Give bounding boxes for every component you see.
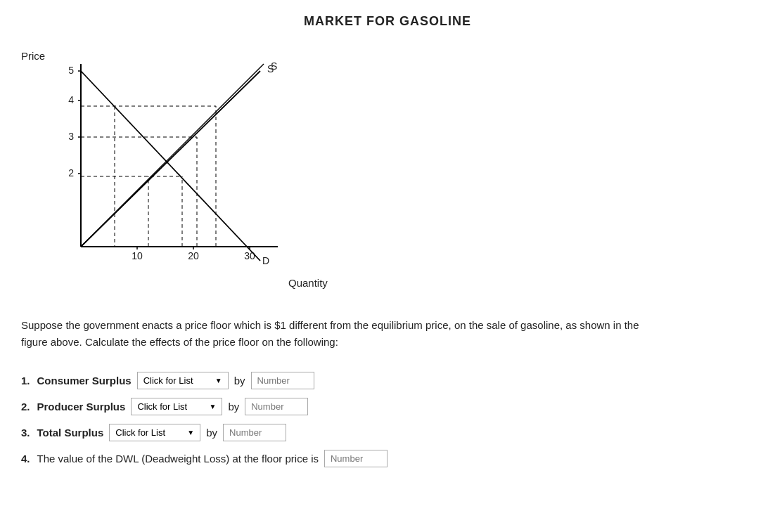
question-row-1: 1. Consumer Surplus Click for List ▼ by: [21, 372, 754, 389]
question-3-dropdown-text: Click for List: [115, 427, 165, 438]
question-4-number-input[interactable]: [324, 450, 388, 467]
description: Suppose the government enacts a price fl…: [21, 317, 654, 351]
question-4-text: The value of the DWL (Deadweight Loss) a…: [37, 453, 319, 465]
dropdown-3-arrow-icon: ▼: [187, 429, 194, 436]
dropdown-1-arrow-icon: ▼: [215, 377, 222, 384]
svg-line-18: [81, 71, 260, 247]
question-2-label: Producer Surplus: [37, 401, 126, 413]
question-row-2: 2. Producer Surplus Click for List ▼ by: [21, 398, 754, 415]
question-2-by: by: [228, 401, 239, 413]
quantity-axis-label: Quantity: [288, 277, 328, 289]
question-1-dropdown-text: Click for List: [143, 375, 193, 386]
question-4-number: 4.: [21, 453, 30, 465]
questions-list: 1. Consumer Surplus Click for List ▼ by …: [21, 372, 754, 467]
question-3-number: 3.: [21, 427, 30, 439]
page-title: MARKET FOR GASOLINE: [21, 14, 754, 29]
question-2-dropdown-text: Click for List: [137, 401, 187, 412]
question-1-by: by: [234, 375, 245, 387]
svg-text:4: 4: [68, 94, 74, 105]
question-2-dropdown[interactable]: Click for List ▼: [131, 398, 222, 415]
question-3-dropdown[interactable]: Click for List ▼: [109, 424, 200, 441]
svg-text:10: 10: [132, 250, 143, 261]
question-row-4: 4. The value of the DWL (Deadweight Loss…: [21, 450, 754, 467]
question-3-number-input[interactable]: [223, 424, 286, 441]
question-1-number-input[interactable]: [251, 372, 314, 389]
svg-text:3: 3: [68, 131, 74, 142]
dropdown-2-arrow-icon: ▼: [209, 403, 216, 410]
svg-text:D: D: [262, 255, 269, 266]
question-2-number: 2.: [21, 401, 30, 413]
chart-container: Price 5 4 3 2 10 20: [21, 43, 345, 296]
svg-text:5: 5: [68, 65, 74, 76]
price-axis-label: Price: [21, 50, 45, 62]
question-3-label: Total Surplus: [37, 427, 104, 439]
svg-text:S: S: [267, 63, 274, 74]
question-1-dropdown[interactable]: Click for List ▼: [137, 372, 229, 389]
question-2-number-input[interactable]: [245, 398, 308, 415]
question-row-3: 3. Total Surplus Click for List ▼ by: [21, 424, 754, 441]
svg-text:30: 30: [244, 250, 255, 261]
svg-line-20: [81, 71, 260, 261]
question-1-label: Consumer Surplus: [37, 375, 132, 387]
chart-area: 5 4 3 2 10 20 30 S: [60, 64, 285, 268]
question-1-number: 1.: [21, 375, 30, 387]
svg-text:2: 2: [68, 167, 74, 179]
svg-text:20: 20: [188, 250, 199, 261]
question-3-by: by: [206, 427, 217, 439]
